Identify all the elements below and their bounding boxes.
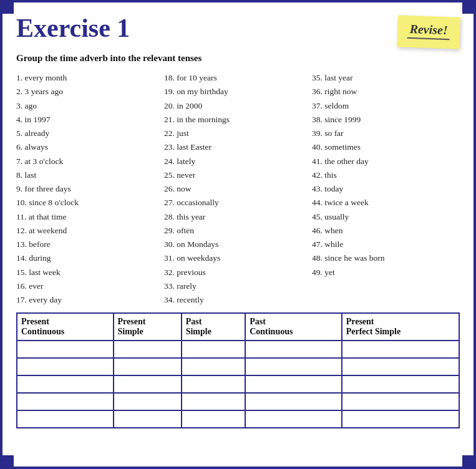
list-item: 31. on weekdays (164, 251, 312, 265)
list-item: 20. in 2000 (164, 99, 312, 113)
table-cell[interactable] (245, 393, 342, 410)
list-item: 48. since he was born (312, 251, 460, 265)
list-item: 22. just (164, 127, 312, 140)
table-header: PastContinuous (245, 313, 342, 341)
list-item: 8. last (16, 168, 164, 182)
list-item: 29. often (164, 224, 312, 238)
corner-tl (2, 2, 14, 14)
tense-table: PresentContinuousPresentSimplePastSimple… (16, 312, 460, 428)
list-item: 6. always (16, 140, 164, 154)
list-item: 40. sometimes (312, 140, 460, 154)
list-item: 38. since 1999 (312, 113, 460, 127)
list-item: 44. twice a week (312, 196, 460, 210)
table-header: PresentContinuous (17, 313, 114, 341)
table-cell[interactable] (245, 410, 342, 428)
list-item: 9. for three days (16, 182, 164, 196)
subtitle: Group the time adverb into the relevant … (16, 52, 460, 65)
list-item: 32. previous (164, 266, 312, 279)
list-item: 28. this year (164, 210, 312, 224)
table-cell[interactable] (17, 358, 114, 375)
table-row (17, 341, 459, 358)
revise-underline (407, 37, 450, 40)
list-item: 14. during (16, 251, 164, 265)
table-cell[interactable] (182, 375, 245, 393)
list-item: 41. the other day (312, 155, 460, 168)
list-item: 45. usually (312, 210, 460, 224)
list-item: 11. at that time (16, 210, 164, 224)
col3: 35. last year36. right now37. seldom38. … (312, 71, 460, 307)
list-item: 2. 3 years ago (16, 85, 164, 99)
table-cell[interactable] (342, 358, 459, 375)
list-item: 18. for 10 years (164, 71, 312, 85)
list-item: 13. before (16, 238, 164, 251)
table-cell[interactable] (245, 341, 342, 358)
list-item: 30. on Mondays (164, 238, 312, 251)
table-header: PresentPerfect Simple (342, 313, 459, 341)
list-item: 5. already (16, 127, 164, 140)
list-item: 33. rarely (164, 279, 312, 293)
table-cell[interactable] (114, 375, 182, 393)
list-item: 3. ago (16, 99, 164, 113)
col2: 18. for 10 years19. on my birthday20. in… (164, 71, 312, 307)
list-item: 21. in the mornings (164, 113, 312, 127)
list-item: 7. at 3 o'clock (16, 155, 164, 168)
list-item: 12. at weekend (16, 224, 164, 238)
table-cell[interactable] (342, 341, 459, 358)
list-item: 27. occasionally (164, 196, 312, 210)
list-item: 1. every month (16, 71, 164, 85)
list-item: 15. last week (16, 266, 164, 279)
table-cell[interactable] (17, 393, 114, 410)
corner-tr (462, 2, 474, 14)
table-cell[interactable] (182, 393, 245, 410)
table-row (17, 393, 459, 410)
table-header: PresentSimple (114, 313, 182, 341)
list-item: 37. seldom (312, 99, 460, 113)
list-item: 34. recently (164, 293, 312, 307)
table-row (17, 410, 459, 428)
table-cell[interactable] (114, 341, 182, 358)
col1: 1. every month2. 3 years ago3. ago4. in … (16, 71, 164, 307)
table-cell[interactable] (245, 358, 342, 375)
list-item: 17. every day (16, 293, 164, 307)
list-item: 10. since 8 o'clock (16, 196, 164, 210)
table-cell[interactable] (114, 393, 182, 410)
title: Exercise 1 (16, 14, 130, 42)
list-item: 4. in 1997 (16, 113, 164, 127)
list-item: 49. yet (312, 266, 460, 279)
table-row (17, 375, 459, 393)
list-item: 26. now (164, 182, 312, 196)
list-item: 35. last year (312, 71, 460, 85)
table-cell[interactable] (342, 410, 459, 428)
table-cell[interactable] (245, 375, 342, 393)
list-item: 19. on my birthday (164, 85, 312, 99)
table-cell[interactable] (114, 410, 182, 428)
table-header: PastSimple (182, 313, 245, 341)
list-item: 42. this (312, 168, 460, 182)
list-item: 36. right now (312, 85, 460, 99)
list-item: 25. never (164, 168, 312, 182)
table-cell[interactable] (182, 410, 245, 428)
table-cell[interactable] (342, 393, 459, 410)
table-cell[interactable] (182, 358, 245, 375)
table-cell[interactable] (342, 375, 459, 393)
table-cell[interactable] (182, 341, 245, 358)
revise-text: Revise! (407, 22, 450, 37)
table-cell[interactable] (114, 358, 182, 375)
list-item: 46. when (312, 224, 460, 238)
corner-bl (2, 455, 14, 467)
list-item: 16. ever (16, 279, 164, 293)
list-item: 43. today (312, 182, 460, 196)
revise-note: Revise! (397, 15, 460, 49)
list-item: 23. last Easter (164, 140, 312, 154)
table-cell[interactable] (17, 375, 114, 393)
header-row: Exercise 1 Revise! (16, 14, 460, 48)
lists-container: 1. every month2. 3 years ago3. ago4. in … (16, 71, 460, 307)
table-row (17, 358, 459, 375)
list-item: 39. so far (312, 127, 460, 140)
table-cell[interactable] (17, 410, 114, 428)
corner-br (462, 455, 474, 467)
list-item: 24. lately (164, 155, 312, 168)
list-item: 47. while (312, 238, 460, 251)
table-cell[interactable] (17, 341, 114, 358)
page: Exercise 1 Revise! Group the time adverb… (0, 0, 476, 469)
